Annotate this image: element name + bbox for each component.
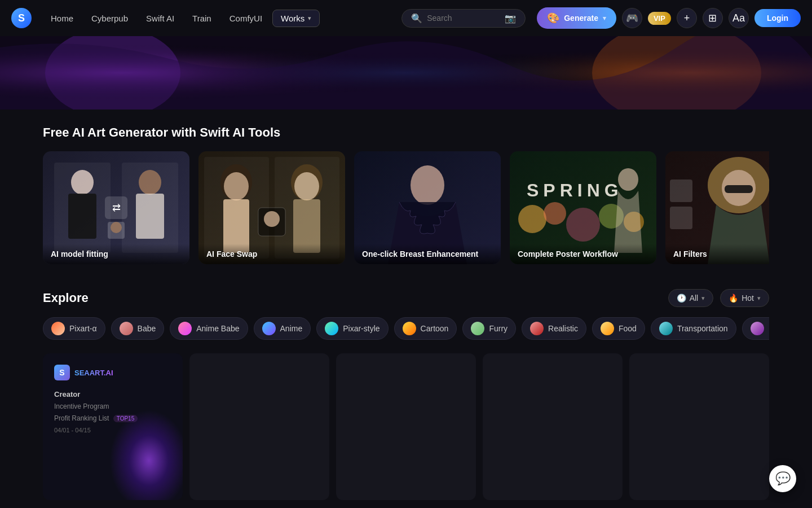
nav-links: Home Cyberpub Swift AI Train ComfyUI Wor… xyxy=(43,10,397,27)
hot-filter-button[interactable]: 🔥 Hot ▾ xyxy=(720,289,769,307)
pill-babe[interactable]: Babe xyxy=(111,317,165,340)
tool-card-label-breast: One-click Breast Enhancement xyxy=(354,244,501,264)
svg-text:⇄: ⇄ xyxy=(112,202,121,213)
support-button[interactable]: 💬 xyxy=(769,465,796,492)
camera-icon[interactable]: 📷 xyxy=(505,13,516,24)
brand-logo[interactable]: S xyxy=(11,8,32,28)
pill-cartoon[interactable]: Cartoon xyxy=(394,317,457,340)
image-grid: S SEAART.AI Creator Incentive Program Pr… xyxy=(43,353,769,500)
explore-title: Explore xyxy=(43,291,89,305)
tool-card-face-swap[interactable]: AI Face Swap xyxy=(198,151,345,264)
pill-avatar-pixart xyxy=(51,322,65,335)
nav-right: 🎨 Generate ▾ 🎮 VIP + ⊞ Aa Login xyxy=(537,7,801,29)
pill-avatar-food xyxy=(601,322,614,335)
svg-rect-12 xyxy=(136,194,164,239)
svg-point-16 xyxy=(111,222,122,233)
svg-rect-43 xyxy=(670,179,692,202)
pill-avatar-furry xyxy=(471,322,484,335)
svg-point-24 xyxy=(294,172,319,200)
nav-train[interactable]: Train xyxy=(184,10,219,27)
tool-card-label-filters: AI Filters xyxy=(665,244,769,264)
nav-swift-ai[interactable]: Swift AI xyxy=(138,10,182,27)
tool-card-breast[interactable]: One-click Breast Enhancement xyxy=(354,151,501,264)
pill-avatar-more xyxy=(751,322,764,335)
svg-point-27 xyxy=(264,211,280,227)
nav-comfyui[interactable]: ComfyUI xyxy=(222,10,270,27)
pill-avatar-transportation xyxy=(659,322,673,335)
generate-dropdown-arrow: ▾ xyxy=(603,15,606,22)
creator-title: Creator xyxy=(54,389,171,400)
svg-point-33 xyxy=(544,202,566,225)
login-button[interactable]: Login xyxy=(754,9,801,27)
hero-banner xyxy=(0,36,812,110)
tool-card-label-face-swap: AI Face Swap xyxy=(198,244,345,264)
pill-furry[interactable]: Furry xyxy=(462,317,516,340)
pill-anime[interactable]: Anime xyxy=(254,317,311,340)
grid-item-3[interactable] xyxy=(336,353,476,500)
nav-cyberpub[interactable]: Cyberpub xyxy=(83,10,136,27)
plus-icon: + xyxy=(684,12,690,24)
grid-item-5[interactable] xyxy=(629,353,769,500)
svg-point-37 xyxy=(618,168,638,191)
pill-pixar-style[interactable]: Pixar-style xyxy=(316,317,388,340)
discord-button[interactable]: 🎮 xyxy=(622,8,642,28)
hot-chevron-icon: ▾ xyxy=(757,295,761,302)
grid-icon: ⊞ xyxy=(708,12,717,24)
navbar: S Home Cyberpub Swift AI Train ComfyUI W… xyxy=(0,0,812,36)
search-bar: 🔍 📷 xyxy=(401,9,526,28)
nav-works[interactable]: Works ▾ xyxy=(272,10,320,27)
generate-icon: 🎨 xyxy=(547,12,559,24)
main-content: Free AI Art Generator with Swift AI Tool… xyxy=(0,110,812,500)
svg-point-11 xyxy=(139,170,161,195)
svg-rect-44 xyxy=(670,207,692,229)
works-chevron-icon: ▾ xyxy=(308,15,311,22)
pill-anime-babe[interactable]: Anime Babe xyxy=(170,317,248,340)
tool-card-label-poster: Complete Poster Workflow xyxy=(510,244,656,264)
explore-header: Explore 🕐 All ▾ 🔥 Hot ▾ xyxy=(43,289,769,307)
support-icon: 💬 xyxy=(775,471,791,486)
grid-item-4[interactable] xyxy=(483,353,623,500)
tools-section-title: Free AI Art Generator with Swift AI Tool… xyxy=(43,125,769,140)
creator-logo-text: SEAART.AI xyxy=(74,369,113,377)
svg-point-32 xyxy=(518,205,546,233)
tool-card-model-fitting[interactable]: ⇄ AI model fitting xyxy=(43,151,189,264)
pill-avatar-anime xyxy=(262,322,276,335)
tool-cards: ⇄ AI model fitting xyxy=(43,151,769,269)
svg-text:SPRING: SPRING xyxy=(527,180,623,200)
vip-badge[interactable]: VIP xyxy=(648,12,671,25)
creator-logo: S SEAART.AI xyxy=(54,365,171,380)
grid-item-2[interactable] xyxy=(189,353,329,500)
search-icon: 🔍 xyxy=(411,13,422,24)
tool-card-filters[interactable]: AI Filters xyxy=(665,151,769,264)
pill-avatar-babe xyxy=(120,322,133,335)
pill-avatar-cartoon xyxy=(403,322,416,335)
generate-button[interactable]: 🎨 Generate ▾ xyxy=(537,7,616,29)
tool-card-label-model-fitting: AI model fitting xyxy=(43,244,189,264)
grid-button[interactable]: ⊞ xyxy=(703,8,723,28)
all-chevron-icon: ▾ xyxy=(701,295,705,302)
svg-point-21 xyxy=(224,172,249,200)
pill-realistic[interactable]: Realistic xyxy=(522,317,586,340)
tool-card-poster[interactable]: SPRING Complete Poster Workflow xyxy=(510,151,656,264)
translate-button[interactable]: Aa xyxy=(729,8,749,28)
pill-transportation[interactable]: Transportation xyxy=(651,317,736,340)
pill-avatar-anime-babe xyxy=(178,322,192,335)
clock-icon: 🕐 xyxy=(677,294,686,303)
pill-avatar-realistic xyxy=(530,322,544,335)
all-filter-button[interactable]: 🕐 All ▾ xyxy=(668,289,714,307)
pill-avatar-pixar xyxy=(325,322,338,335)
pill-food[interactable]: Food xyxy=(592,317,645,340)
creator-logo-icon: S xyxy=(54,365,70,380)
svg-point-9 xyxy=(71,170,94,195)
nav-home[interactable]: Home xyxy=(43,10,81,27)
pill-pixart-a[interactable]: Pixart-α xyxy=(43,317,105,340)
search-input[interactable] xyxy=(427,14,500,23)
plus-button[interactable]: + xyxy=(677,8,697,28)
category-pills: Pixart-α Babe Anime Babe Anime Pixar-sty… xyxy=(43,317,769,342)
creator-glow-decoration xyxy=(109,410,183,500)
translate-icon: Aa xyxy=(732,12,745,24)
pill-more[interactable]: ... xyxy=(742,317,769,340)
explore-controls: 🕐 All ▾ 🔥 Hot ▾ xyxy=(668,289,769,307)
creator-incentive-card[interactable]: S SEAART.AI Creator Incentive Program Pr… xyxy=(43,353,183,500)
discord-icon: 🎮 xyxy=(626,12,638,24)
